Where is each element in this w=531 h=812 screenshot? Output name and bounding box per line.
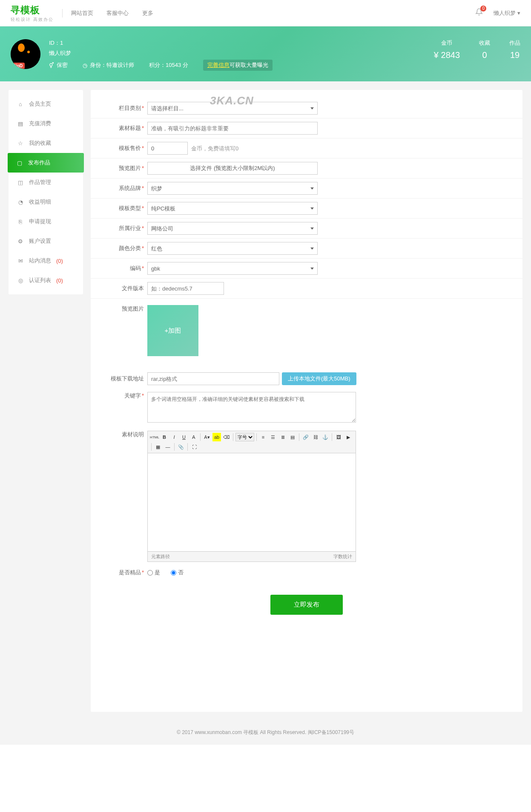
svg-point-1 bbox=[18, 43, 25, 52]
price-hint: 金币，免费请填写0 bbox=[191, 145, 238, 152]
select-color[interactable]: 红色 bbox=[147, 242, 318, 255]
perfect-info-link[interactable]: 完善信息 bbox=[207, 62, 230, 68]
italic-icon[interactable]: I bbox=[170, 433, 178, 441]
folder-icon: ◫ bbox=[17, 179, 24, 186]
stat-works[interactable]: 作品 19 bbox=[509, 39, 520, 60]
textarea-keywords[interactable] bbox=[147, 392, 356, 423]
wallet-icon: ▤ bbox=[17, 120, 24, 127]
notification-bell-icon[interactable]: 0 bbox=[475, 8, 483, 18]
html-icon[interactable]: HTML bbox=[150, 433, 159, 441]
input-file-ver[interactable] bbox=[147, 282, 224, 295]
nav-home[interactable]: 网站首页 bbox=[71, 10, 93, 16]
home-icon: ⌂ bbox=[17, 101, 24, 107]
label-download: 模板下载地址 bbox=[103, 375, 144, 383]
select-encoding[interactable]: gbk bbox=[147, 262, 318, 275]
clock-icon: ◷ bbox=[83, 62, 87, 69]
anchor-icon[interactable]: ⚓ bbox=[321, 433, 330, 441]
label-preview-imgs: 预览图片 bbox=[103, 305, 144, 313]
align-left-icon[interactable]: ≡ bbox=[259, 433, 267, 441]
sidebar-item-earnings[interactable]: ◔收益明细 bbox=[9, 192, 83, 212]
user-nickname: 懒人织梦 bbox=[49, 49, 273, 57]
align-center-icon[interactable]: ☰ bbox=[269, 433, 277, 441]
table-icon[interactable]: ▦ bbox=[154, 443, 162, 451]
select-tpl-type[interactable]: 纯PC模板 bbox=[147, 202, 318, 215]
sidebar-item-certs[interactable]: ◎认证列表(0) bbox=[9, 271, 83, 290]
label-featured: 是否精品* bbox=[103, 569, 144, 576]
user-dropdown[interactable]: 懒人织梦 ▾ bbox=[494, 9, 520, 17]
radio-featured-yes[interactable]: 是 bbox=[147, 569, 160, 576]
label-desc: 素材说明 bbox=[103, 431, 144, 438]
logo-subtitle: 轻松设计 高效办公 bbox=[11, 17, 54, 23]
stat-favorites[interactable]: 收藏 0 bbox=[479, 39, 490, 60]
gender-item: ⚥ 保密 bbox=[49, 61, 68, 69]
link-icon[interactable]: 🔗 bbox=[301, 433, 310, 441]
file-icon: ▢ bbox=[16, 159, 23, 166]
main-area: ⌂会员主页 ▤充值消费 ☆我的收藏 ▢发布作品 ◫作品管理 ◔收益明细 ⎘申请提… bbox=[0, 81, 531, 720]
nav-service[interactable]: 客服中心 bbox=[106, 10, 129, 16]
input-download-url[interactable] bbox=[147, 372, 279, 385]
fontsize-select[interactable]: 字号 bbox=[235, 433, 254, 441]
editor-body[interactable] bbox=[148, 453, 356, 551]
logo-text: 寻模板 bbox=[11, 4, 54, 17]
fontname-icon[interactable]: 𝖠 bbox=[189, 433, 198, 441]
hr-icon[interactable]: — bbox=[164, 443, 172, 451]
identity-item: ◷ 身份：特邀设计师 bbox=[83, 61, 134, 69]
input-title[interactable] bbox=[147, 122, 318, 135]
submit-button[interactable]: 立即发布 bbox=[270, 595, 343, 615]
select-industry[interactable]: 网络公司 bbox=[147, 222, 318, 235]
logo[interactable]: 寻模板 轻松设计 高效办公 bbox=[11, 4, 54, 23]
add-image-button[interactable]: +加图 bbox=[147, 305, 198, 356]
sidebar-item-manage[interactable]: ◫作品管理 bbox=[9, 173, 83, 192]
avatar-badge: BigD bbox=[11, 63, 25, 69]
sidebar-item-settings[interactable]: ⚙账户设置 bbox=[9, 231, 83, 251]
stat-gold[interactable]: 金币 ¥ 2843 bbox=[434, 39, 460, 60]
underline-icon[interactable]: U bbox=[180, 433, 188, 441]
btn-choose-preview[interactable]: 选择文件 (预览图大小限制2M以内) bbox=[147, 162, 318, 175]
sidebar-item-recharge[interactable]: ▤充值消费 bbox=[9, 114, 83, 133]
label-file-ver: 文件版本 bbox=[103, 285, 144, 292]
sidebar-item-publish[interactable]: ▢发布作品 bbox=[8, 153, 84, 173]
label-price: 模板售价* bbox=[103, 144, 144, 152]
label-keywords: 关键字* bbox=[103, 392, 144, 400]
backcolor-icon[interactable]: ab bbox=[212, 433, 221, 441]
align-right-icon[interactable]: ≣ bbox=[278, 433, 287, 441]
watermark: 3KA.CN bbox=[210, 94, 254, 107]
withdraw-icon: ⎘ bbox=[17, 218, 24, 225]
sidebar-item-home[interactable]: ⌂会员主页 bbox=[9, 94, 83, 114]
label-color: 颜色分类* bbox=[103, 245, 144, 252]
eraser-icon[interactable]: ⌫ bbox=[222, 433, 231, 441]
video-icon[interactable]: ▶ bbox=[344, 433, 353, 441]
image-icon[interactable]: 🖼 bbox=[334, 433, 343, 441]
profile-banner: BigD ID：1 懒人织梦 ⚥ 保密 ◷ 身份：特邀设计师 积分：10543 … bbox=[0, 26, 531, 81]
bell-badge: 0 bbox=[480, 6, 486, 12]
nav-divider bbox=[62, 9, 63, 17]
nav-more[interactable]: 更多 bbox=[142, 10, 153, 16]
upload-local-button[interactable]: 上传本地文件(最大50MB) bbox=[282, 372, 356, 385]
footer: © 2017 www.xunmoban.com 寻模板 All Rights R… bbox=[0, 720, 531, 745]
radio-featured-no[interactable]: 否 bbox=[171, 569, 184, 576]
input-price[interactable] bbox=[147, 142, 188, 155]
select-brand[interactable]: 织梦 bbox=[147, 182, 318, 195]
fullscreen-icon[interactable]: ⛶ bbox=[190, 443, 198, 451]
editor-wordcount[interactable]: 字数统计 bbox=[333, 553, 352, 560]
editor-path[interactable]: 元素路径 bbox=[151, 553, 170, 560]
sidebar-item-withdraw[interactable]: ⎘申请提现 bbox=[9, 212, 83, 231]
bold-icon[interactable]: B bbox=[160, 433, 169, 441]
avatar[interactable]: BigD bbox=[11, 39, 40, 69]
chart-icon: ◔ bbox=[17, 199, 24, 205]
star-icon: ☆ bbox=[17, 140, 24, 147]
top-header: 寻模板 轻松设计 高效办公 网站首页 客服中心 更多 0 懒人织梦 ▾ bbox=[0, 0, 531, 26]
label-preview-file: 预览图片* bbox=[103, 164, 144, 172]
unlink-icon[interactable]: ⛓ bbox=[311, 433, 320, 441]
attachment-icon[interactable]: 📎 bbox=[177, 443, 185, 451]
label-brand: 系统品牌* bbox=[103, 184, 144, 192]
perfect-info-box: 完善信息可获取大量曝光 bbox=[203, 60, 273, 71]
gender-icon: ⚥ bbox=[49, 62, 54, 69]
forecolor-icon[interactable]: A▾ bbox=[203, 433, 211, 441]
label-encoding: 编码* bbox=[103, 265, 144, 272]
sidebar-item-messages[interactable]: ✉站内消息(0) bbox=[9, 251, 83, 271]
rich-text-editor: HTML B I U 𝖠 A▾ ab ⌫ 字号 ≡ ☰ bbox=[147, 431, 356, 562]
sidebar-item-favorites[interactable]: ☆我的收藏 bbox=[9, 133, 83, 153]
label-category: 栏目类别* bbox=[103, 104, 144, 112]
align-justify-icon[interactable]: ▤ bbox=[288, 433, 297, 441]
